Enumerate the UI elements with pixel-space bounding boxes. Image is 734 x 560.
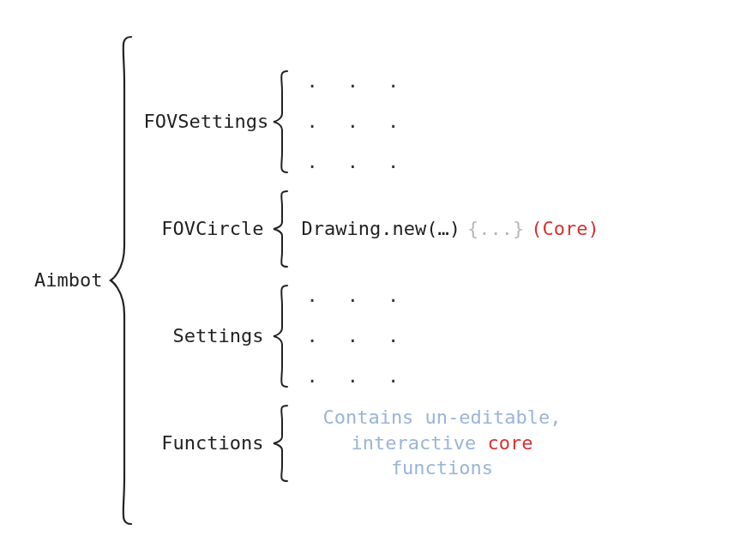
desc-core: core — [487, 432, 532, 454]
placeholder-text: {...} — [467, 218, 524, 239]
ellipsis-icon: ... — [301, 325, 399, 346]
ellipsis-icon: ... — [301, 70, 399, 92]
brace-icon — [268, 186, 291, 272]
child-label: FOVCircle — [143, 218, 268, 239]
brace-icon — [268, 400, 291, 486]
child-settings: Settings ... ... ... — [143, 280, 599, 392]
diagram-root: Aimbot FOVSettings ... ... ... FOVCircle — [0, 0, 734, 560]
child-functions: Functions Contains un-editable, interact… — [143, 392, 599, 495]
child-label: FOVSettings — [143, 111, 268, 132]
child-label: Functions — [143, 432, 268, 454]
ellipsis-icon: ... — [301, 151, 399, 172]
desc-post: functions — [391, 457, 493, 479]
brace-icon — [268, 280, 291, 392]
ellipsis-icon: ... — [301, 365, 399, 387]
child-fovsettings: FOVSettings ... ... ... — [143, 66, 599, 178]
child-label: Settings — [143, 325, 268, 346]
ellipsis-icon: ... — [301, 285, 399, 306]
dots-matrix: ... ... ... — [291, 70, 399, 172]
code-text: Drawing.new(…) — [301, 218, 460, 239]
children-column: FOVSettings ... ... ... FOVCircle — [135, 66, 599, 495]
inline-content: Drawing.new(…) {...} (Core) — [291, 218, 599, 239]
child-fovcircle: FOVCircle Drawing.new(…) {...} (Core) — [143, 178, 599, 280]
root-label: Aimbot — [34, 269, 105, 291]
ellipsis-icon: ... — [301, 111, 399, 132]
core-tag: (Core) — [531, 218, 599, 239]
brace-icon — [105, 32, 135, 529]
brace-icon — [268, 66, 291, 178]
dots-matrix: ... ... ... — [291, 285, 399, 387]
description-text: Contains un-editable, interactive core f… — [301, 405, 579, 481]
desc-content: Contains un-editable, interactive core f… — [291, 405, 579, 481]
